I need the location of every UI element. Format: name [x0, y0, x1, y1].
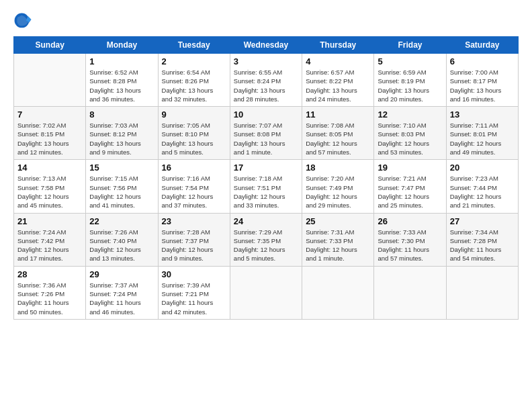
calendar-cell: 16Sunrise: 7:16 AM Sunset: 7:54 PM Dayli… [158, 160, 230, 213]
calendar-cell: 28Sunrise: 7:36 AM Sunset: 7:26 PM Dayli… [14, 266, 86, 319]
logo [13, 12, 35, 31]
day-number: 5 [378, 56, 442, 66]
day-info: Sunrise: 7:23 AM Sunset: 7:44 PM Dayligh… [450, 174, 515, 210]
day-number: 29 [89, 269, 154, 279]
day-number: 8 [89, 109, 154, 120]
calendar-cell [302, 266, 374, 319]
day-number: 18 [306, 163, 370, 173]
calendar: SundayMondayTuesdayWednesdayThursdayFrid… [13, 36, 519, 320]
calendar-cell [14, 54, 86, 107]
day-info: Sunrise: 7:24 AM Sunset: 7:42 PM Dayligh… [17, 228, 82, 263]
calendar-week-row: 14Sunrise: 7:13 AM Sunset: 7:58 PM Dayli… [14, 160, 519, 213]
day-number: 2 [162, 56, 226, 66]
day-number: 10 [234, 109, 298, 120]
header [13, 12, 519, 31]
calendar-cell: 23Sunrise: 7:28 AM Sunset: 7:37 PM Dayli… [158, 213, 230, 266]
calendar-cell: 19Sunrise: 7:21 AM Sunset: 7:47 PM Dayli… [374, 160, 446, 213]
day-info: Sunrise: 7:36 AM Sunset: 7:26 PM Dayligh… [17, 281, 82, 316]
day-info: Sunrise: 7:05 AM Sunset: 8:10 PM Dayligh… [162, 121, 226, 156]
day-number: 15 [89, 163, 154, 173]
calendar-cell: 20Sunrise: 7:23 AM Sunset: 7:44 PM Dayli… [446, 160, 518, 213]
day-number: 4 [306, 56, 370, 66]
calendar-week-row: 21Sunrise: 7:24 AM Sunset: 7:42 PM Dayli… [14, 213, 519, 266]
page: SundayMondayTuesdayWednesdayThursdayFrid… [0, 0, 532, 329]
weekday-header: Sunday [14, 37, 86, 54]
day-info: Sunrise: 7:18 AM Sunset: 7:51 PM Dayligh… [234, 174, 298, 210]
calendar-cell [446, 266, 518, 319]
day-number: 12 [378, 109, 442, 120]
calendar-cell: 17Sunrise: 7:18 AM Sunset: 7:51 PM Dayli… [230, 160, 302, 213]
weekday-header: Monday [86, 37, 158, 54]
calendar-week-row: 7Sunrise: 7:02 AM Sunset: 8:15 PM Daylig… [14, 107, 519, 160]
calendar-cell: 18Sunrise: 7:20 AM Sunset: 7:49 PM Dayli… [302, 160, 374, 213]
day-number: 13 [450, 109, 515, 120]
day-info: Sunrise: 7:33 AM Sunset: 7:30 PM Dayligh… [378, 228, 442, 263]
calendar-cell: 1Sunrise: 6:52 AM Sunset: 8:28 PM Daylig… [86, 54, 158, 107]
calendar-cell: 13Sunrise: 7:11 AM Sunset: 8:01 PM Dayli… [446, 107, 518, 160]
weekday-header: Friday [374, 37, 446, 54]
logo-icon [13, 12, 32, 31]
day-number: 3 [234, 56, 298, 66]
calendar-cell [230, 266, 302, 319]
day-info: Sunrise: 7:20 AM Sunset: 7:49 PM Dayligh… [306, 174, 370, 210]
calendar-cell: 22Sunrise: 7:26 AM Sunset: 7:40 PM Dayli… [86, 213, 158, 266]
calendar-week-row: 1Sunrise: 6:52 AM Sunset: 8:28 PM Daylig… [14, 54, 519, 107]
day-number: 9 [162, 109, 226, 120]
day-info: Sunrise: 6:59 AM Sunset: 8:19 PM Dayligh… [378, 68, 442, 103]
calendar-cell: 4Sunrise: 6:57 AM Sunset: 8:22 PM Daylig… [302, 54, 374, 107]
weekday-header: Tuesday [158, 37, 230, 54]
calendar-cell: 11Sunrise: 7:08 AM Sunset: 8:05 PM Dayli… [302, 107, 374, 160]
day-number: 24 [234, 216, 298, 226]
day-info: Sunrise: 6:54 AM Sunset: 8:26 PM Dayligh… [162, 68, 226, 103]
calendar-week-row: 28Sunrise: 7:36 AM Sunset: 7:26 PM Dayli… [14, 266, 519, 319]
day-info: Sunrise: 7:28 AM Sunset: 7:37 PM Dayligh… [162, 228, 226, 263]
calendar-header-row: SundayMondayTuesdayWednesdayThursdayFrid… [14, 37, 519, 54]
day-info: Sunrise: 7:34 AM Sunset: 7:28 PM Dayligh… [450, 228, 515, 263]
day-info: Sunrise: 7:07 AM Sunset: 8:08 PM Dayligh… [234, 121, 298, 156]
day-number: 26 [378, 216, 442, 226]
day-number: 14 [17, 163, 82, 173]
day-number: 22 [89, 216, 154, 226]
day-info: Sunrise: 7:31 AM Sunset: 7:33 PM Dayligh… [306, 228, 370, 263]
calendar-cell: 9Sunrise: 7:05 AM Sunset: 8:10 PM Daylig… [158, 107, 230, 160]
calendar-cell: 26Sunrise: 7:33 AM Sunset: 7:30 PM Dayli… [374, 213, 446, 266]
day-info: Sunrise: 7:26 AM Sunset: 7:40 PM Dayligh… [89, 228, 154, 263]
calendar-cell: 6Sunrise: 7:00 AM Sunset: 8:17 PM Daylig… [446, 54, 518, 107]
day-info: Sunrise: 7:10 AM Sunset: 8:03 PM Dayligh… [378, 121, 442, 156]
day-info: Sunrise: 6:52 AM Sunset: 8:28 PM Dayligh… [89, 68, 154, 103]
calendar-cell: 8Sunrise: 7:03 AM Sunset: 8:12 PM Daylig… [86, 107, 158, 160]
calendar-cell: 24Sunrise: 7:29 AM Sunset: 7:35 PM Dayli… [230, 213, 302, 266]
calendar-cell: 3Sunrise: 6:55 AM Sunset: 8:24 PM Daylig… [230, 54, 302, 107]
day-info: Sunrise: 7:13 AM Sunset: 7:58 PM Dayligh… [17, 174, 82, 210]
calendar-cell: 29Sunrise: 7:37 AM Sunset: 7:24 PM Dayli… [86, 266, 158, 319]
calendar-cell [374, 266, 446, 319]
day-info: Sunrise: 7:00 AM Sunset: 8:17 PM Dayligh… [450, 68, 515, 103]
weekday-header: Wednesday [230, 37, 302, 54]
day-info: Sunrise: 7:02 AM Sunset: 8:15 PM Dayligh… [17, 121, 82, 156]
calendar-cell: 15Sunrise: 7:15 AM Sunset: 7:56 PM Dayli… [86, 160, 158, 213]
day-info: Sunrise: 7:39 AM Sunset: 7:21 PM Dayligh… [162, 281, 226, 316]
day-number: 19 [378, 163, 442, 173]
day-number: 1 [89, 56, 154, 66]
day-info: Sunrise: 7:15 AM Sunset: 7:56 PM Dayligh… [89, 174, 154, 210]
day-number: 17 [234, 163, 298, 173]
day-info: Sunrise: 7:16 AM Sunset: 7:54 PM Dayligh… [162, 174, 226, 210]
calendar-cell: 21Sunrise: 7:24 AM Sunset: 7:42 PM Dayli… [14, 213, 86, 266]
calendar-cell: 25Sunrise: 7:31 AM Sunset: 7:33 PM Dayli… [302, 213, 374, 266]
day-number: 16 [162, 163, 226, 173]
day-number: 23 [162, 216, 226, 226]
day-number: 7 [17, 109, 82, 120]
day-number: 11 [306, 109, 370, 120]
calendar-cell: 27Sunrise: 7:34 AM Sunset: 7:28 PM Dayli… [446, 213, 518, 266]
calendar-cell: 12Sunrise: 7:10 AM Sunset: 8:03 PM Dayli… [374, 107, 446, 160]
weekday-header: Saturday [446, 37, 518, 54]
day-number: 6 [450, 56, 515, 66]
calendar-cell: 5Sunrise: 6:59 AM Sunset: 8:19 PM Daylig… [374, 54, 446, 107]
day-number: 20 [450, 163, 515, 173]
day-number: 21 [17, 216, 82, 226]
calendar-cell: 30Sunrise: 7:39 AM Sunset: 7:21 PM Dayli… [158, 266, 230, 319]
day-info: Sunrise: 7:08 AM Sunset: 8:05 PM Dayligh… [306, 121, 370, 156]
day-info: Sunrise: 6:57 AM Sunset: 8:22 PM Dayligh… [306, 68, 370, 103]
calendar-cell: 14Sunrise: 7:13 AM Sunset: 7:58 PM Dayli… [14, 160, 86, 213]
calendar-cell: 10Sunrise: 7:07 AM Sunset: 8:08 PM Dayli… [230, 107, 302, 160]
